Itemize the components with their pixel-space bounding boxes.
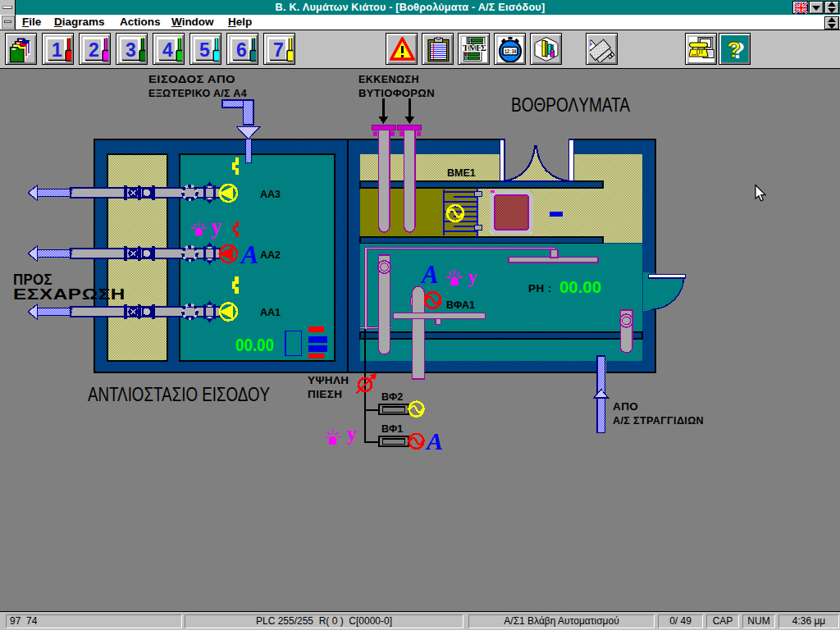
svg-text:y: y xyxy=(347,422,358,445)
svg-text:ΒΜΕ1: ΒΜΕ1 xyxy=(447,167,476,179)
svg-text:AA1: AA1 xyxy=(260,307,281,318)
svg-text:ΕΙΣΟΔΟΣ ΑΠΟ: ΕΙΣΟΔΟΣ ΑΠΟ xyxy=(148,73,235,85)
svg-text:A: A xyxy=(240,240,258,269)
svg-text:ΒYΤΙΟΦΟΡΩΝ: ΒYΤΙΟΦΟΡΩΝ xyxy=(358,87,435,99)
svg-text:ΒΦΑ1: ΒΦΑ1 xyxy=(446,299,475,311)
svg-text:00.00: 00.00 xyxy=(559,277,601,296)
svg-text:ΒΦ2: ΒΦ2 xyxy=(381,391,403,403)
svg-text:y: y xyxy=(211,214,222,239)
svg-text:A: A xyxy=(420,260,439,289)
svg-text:ΕΚΚΕΝΩΣΗ: ΕΚΚΕΝΩΣΗ xyxy=(358,73,419,85)
svg-text:00.00: 00.00 xyxy=(235,336,274,355)
svg-text:AA3: AA3 xyxy=(260,189,281,200)
svg-text:ΑΠΟ: ΑΠΟ xyxy=(613,400,638,413)
svg-text:ΕΣΧΑΡΩΣΗ: ΕΣΧΑΡΩΣΗ xyxy=(13,286,126,303)
svg-text:PH :: PH : xyxy=(528,282,552,294)
svg-text:AA2: AA2 xyxy=(260,249,281,261)
svg-text:7: 7 xyxy=(273,39,284,61)
svg-text:ΑΝΤΛΙΟΣΤΑΣΙΟ ΕΙΣΟΔΟY: ΑΝΤΛΙΟΣΤΑΣΙΟ ΕΙΣΟΔΟY xyxy=(88,383,270,405)
svg-text:2: 2 xyxy=(89,39,99,61)
svg-text:ΒΦ1: ΒΦ1 xyxy=(381,423,403,435)
svg-text:ΤΙΜΕΣ: ΤΙΜΕΣ xyxy=(463,43,486,52)
svg-text:6: 6 xyxy=(236,39,247,61)
svg-text:4: 4 xyxy=(162,39,173,61)
svg-text:Α/Σ ΣΤΡΑΓΓΙΔΙΩΝ: Α/Σ ΣΤΡΑΓΓΙΔΙΩΝ xyxy=(613,414,704,427)
svg-text:ΠΙΕΣΗ: ΠΙΕΣΗ xyxy=(308,388,342,400)
svg-text:3: 3 xyxy=(126,39,136,61)
svg-text:A: A xyxy=(425,427,443,454)
svg-text:ΒΟΘΡΟΛYΜΑΤΑ: ΒΟΘΡΟΛYΜΑΤΑ xyxy=(511,94,630,116)
svg-text:5: 5 xyxy=(199,39,210,61)
svg-text:?: ? xyxy=(727,37,741,62)
svg-text:YΨΗΛΗ: YΨΗΛΗ xyxy=(308,374,349,386)
svg-text:y: y xyxy=(468,267,477,287)
svg-text:12:34: 12:34 xyxy=(504,49,517,55)
svg-text:1: 1 xyxy=(52,39,62,61)
svg-text:ΕΞΩΤΕΡΙΚΟ Α/Σ Α4: ΕΞΩΤΕΡΙΚΟ Α/Σ Α4 xyxy=(148,87,247,99)
